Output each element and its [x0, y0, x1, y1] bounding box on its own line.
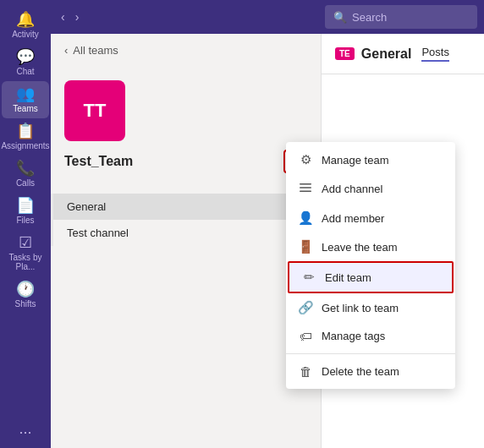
leave-team-label: Leave the team: [322, 241, 398, 254]
navigation-arrows: ‹ ›: [58, 8, 82, 25]
add-member-icon: 👤: [298, 210, 313, 226]
files-icon: 📄: [16, 198, 35, 213]
tasks-label: Tasks by Pla...: [5, 253, 46, 271]
team-card: TT Test_Team •••: [51, 67, 321, 187]
manage-tags-label: Manage tags: [322, 330, 385, 342]
back-arrow-button[interactable]: ‹: [58, 8, 69, 25]
get-link-label: Get link to team: [322, 302, 399, 314]
assignments-icon: 📋: [16, 123, 35, 139]
shifts-icon: 🕐: [16, 281, 35, 297]
add-channel-label: Add channel: [322, 183, 382, 195]
sidebar-item-assignments[interactable]: 📋 Assignments: [2, 118, 49, 156]
menu-item-add-channel[interactable]: Add channel: [286, 174, 455, 204]
calls-icon: 📞: [16, 161, 35, 176]
add-channel-icon: [298, 181, 313, 197]
channel-item-general[interactable]: General: [51, 194, 321, 220]
menu-divider: [286, 353, 455, 354]
files-label: Files: [16, 216, 34, 225]
add-member-label: Add member: [322, 212, 384, 225]
teams-icon: 👥: [16, 86, 35, 101]
menu-item-edit-team[interactable]: ✏ Edit team: [288, 261, 454, 293]
sidebar-item-activity[interactable]: 🔔 Activity: [2, 7, 49, 44]
channel-badge: TE: [335, 47, 355, 60]
teams-panel: ‹ All teams TT Test_Team ••• General Tes…: [51, 34, 322, 448]
team-name: Test_Team: [64, 154, 133, 169]
all-teams-label[interactable]: All teams: [73, 44, 118, 57]
sidebar-item-shifts[interactable]: 🕐 Shifts: [2, 276, 49, 314]
menu-item-delete-team[interactable]: 🗑 Delete the team: [286, 358, 455, 385]
leave-team-icon: 🚪: [298, 239, 313, 254]
team-avatar: TT: [64, 80, 125, 141]
sidebar-item-files[interactable]: 📄 Files: [2, 193, 49, 230]
manage-team-label: Manage team: [322, 154, 389, 167]
more-apps-button[interactable]: ...: [19, 420, 31, 438]
manage-team-icon: ⚙: [298, 152, 313, 167]
activity-label: Activity: [12, 30, 39, 39]
sidebar-item-teams[interactable]: 👥 Teams: [2, 81, 49, 118]
assignments-label: Assignments: [1, 141, 49, 150]
menu-item-get-link[interactable]: 🔗 Get link to team: [286, 293, 455, 322]
team-name-row: Test_Team •••: [64, 150, 307, 173]
channel-item-test[interactable]: Test channel: [51, 220, 321, 246]
chat-label: Chat: [16, 67, 34, 76]
channel-tab-posts[interactable]: Posts: [421, 46, 449, 62]
channel-name-test: Test channel: [67, 227, 129, 239]
shifts-label: Shifts: [14, 299, 36, 309]
chat-icon: 💬: [16, 49, 35, 64]
channel-list: General Test channel: [51, 194, 321, 246]
activity-icon: 🔔: [16, 12, 35, 27]
get-link-icon: 🔗: [298, 300, 313, 315]
channel-title: General: [361, 46, 412, 62]
sidebar-item-calls[interactable]: 📞 Calls: [2, 156, 49, 193]
left-navigation: 🔔 Activity 💬 Chat 👥 Teams 📋 Assignments …: [0, 0, 51, 448]
delete-team-label: Delete the team: [322, 365, 399, 378]
sidebar-item-tasks[interactable]: ☑ Tasks by Pla...: [2, 230, 49, 276]
search-placeholder: Search: [352, 11, 387, 24]
manage-tags-icon: 🏷: [298, 329, 313, 343]
calls-label: Calls: [16, 178, 35, 188]
tasks-icon: ☑: [19, 235, 32, 250]
team-initials: TT: [84, 100, 107, 122]
all-teams-back-button[interactable]: ‹: [64, 44, 68, 57]
menu-item-leave-team[interactable]: 🚪 Leave the team: [286, 232, 455, 261]
context-menu: ⚙ Manage team Add channel 👤 Add member 🚪…: [286, 142, 455, 389]
forward-arrow-button[interactable]: ›: [72, 8, 83, 25]
delete-team-icon: 🗑: [298, 364, 313, 379]
svg-rect-0: [300, 183, 311, 185]
search-icon: 🔍: [333, 11, 347, 24]
svg-rect-1: [300, 187, 311, 188]
sidebar-item-chat[interactable]: 💬 Chat: [2, 44, 49, 81]
menu-item-manage-team[interactable]: ⚙ Manage team: [286, 145, 455, 174]
teams-label: Teams: [13, 104, 37, 113]
edit-team-label: Edit team: [325, 271, 371, 284]
channel-header: TE General Posts: [322, 34, 484, 74]
teams-panel-header: ‹ All teams: [51, 34, 321, 67]
menu-item-manage-tags[interactable]: 🏷 Manage tags: [286, 322, 455, 350]
menu-item-add-member[interactable]: 👤 Add member: [286, 204, 455, 232]
top-bar: ‹ › 🔍 Search: [51, 0, 484, 34]
channel-name-general: General: [67, 200, 106, 213]
edit-team-icon: ✏: [301, 270, 316, 285]
search-box[interactable]: 🔍 Search: [325, 5, 477, 29]
svg-rect-2: [300, 191, 311, 193]
